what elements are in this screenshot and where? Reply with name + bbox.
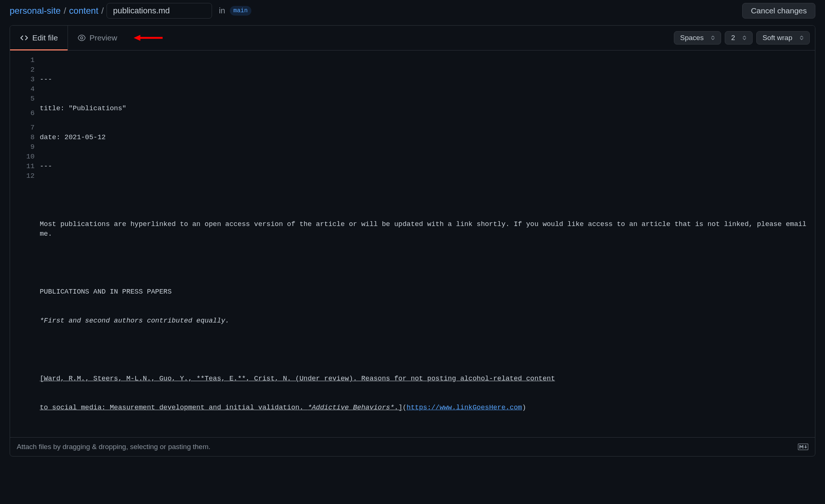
cancel-changes-button[interactable]: Cancel changes xyxy=(742,3,815,19)
line-number: 9 xyxy=(10,143,35,152)
code-lines[interactable]: --- title: "Publications" date: 2021-05-… xyxy=(40,56,815,432)
updown-caret-icon xyxy=(743,35,746,40)
code-line xyxy=(40,258,808,268)
header-row: personal-site / content / in main Cancel… xyxy=(10,0,815,25)
line-number: 1 xyxy=(10,56,35,65)
code-line xyxy=(40,345,808,355)
indent-size-select[interactable]: 2 xyxy=(725,31,753,45)
eye-icon xyxy=(78,34,86,42)
tab-edit-file[interactable]: Edit file xyxy=(10,26,68,50)
tab-edit-label: Edit file xyxy=(32,33,58,42)
in-label: in xyxy=(219,6,225,16)
svg-marker-2 xyxy=(134,35,140,41)
line-number: 5 xyxy=(10,94,35,104)
markdown-icon[interactable] xyxy=(798,444,808,450)
line-number: 4 xyxy=(10,85,35,94)
tab-preview[interactable]: Preview xyxy=(68,26,127,50)
indent-size-label: 2 xyxy=(731,34,735,42)
line-number: 11 xyxy=(10,162,35,171)
code-line xyxy=(40,191,808,200)
code-line: [Ward, R.M., Steers, M-L.N., Guo, Y., **… xyxy=(40,374,808,384)
filename-input[interactable] xyxy=(107,3,212,19)
line-number: 8 xyxy=(10,133,35,143)
code-line: *First and second authors contributed eq… xyxy=(40,316,808,326)
annotation-arrow xyxy=(134,32,163,43)
line-number: 3 xyxy=(10,75,35,85)
code-line: to social media: Measurement development… xyxy=(40,403,808,413)
wrap-mode-select[interactable]: Soft wrap xyxy=(756,31,810,45)
attach-hint[interactable]: Attach files by dragging & dropping, sel… xyxy=(17,443,211,451)
code-area[interactable]: 1 2 3 4 5 6 7 8 9 10 11 12 --- title: "P… xyxy=(10,50,815,437)
tabs: Edit file Preview xyxy=(10,26,127,50)
indent-mode-select[interactable]: Spaces xyxy=(674,31,721,45)
code-line: title: "Publications" xyxy=(40,104,808,114)
code-line: --- xyxy=(40,162,808,171)
line-number: 7 xyxy=(10,123,35,133)
updown-caret-icon xyxy=(711,35,715,40)
indent-mode-label: Spaces xyxy=(680,34,704,42)
tab-preview-label: Preview xyxy=(89,33,117,42)
breadcrumb-sep: / xyxy=(62,6,68,16)
code-line: PUBLICATIONS AND IN PRESS PAPERS xyxy=(40,287,808,297)
breadcrumbs: personal-site / content / in main xyxy=(10,3,251,19)
code-line: date: 2021-05-12 xyxy=(40,133,808,143)
branch-label[interactable]: main xyxy=(230,6,251,16)
line-number: 12 xyxy=(10,171,35,181)
breadcrumb-repo[interactable]: personal-site xyxy=(10,6,61,16)
line-number: 6 xyxy=(10,104,35,123)
wrap-mode-label: Soft wrap xyxy=(763,34,792,42)
line-number-gutter: 1 2 3 4 5 6 7 8 9 10 11 12 xyxy=(10,56,40,432)
breadcrumb-folder[interactable]: content xyxy=(69,6,98,16)
editor-box: Edit file Preview xyxy=(10,25,815,456)
line-number: 2 xyxy=(10,65,35,75)
code-line: Most publications are hyperlinked to an … xyxy=(40,220,808,239)
svg-point-0 xyxy=(81,37,83,39)
toolbar-row: Edit file Preview xyxy=(10,26,815,50)
code-line: --- xyxy=(40,75,808,85)
updown-caret-icon xyxy=(800,35,803,40)
code-icon xyxy=(20,33,29,42)
editor-footer: Attach files by dragging & dropping, sel… xyxy=(10,437,815,456)
toolbar-right: Spaces 2 Soft wrap xyxy=(674,26,815,50)
line-number: 10 xyxy=(10,152,35,162)
breadcrumb-sep: / xyxy=(100,6,105,16)
